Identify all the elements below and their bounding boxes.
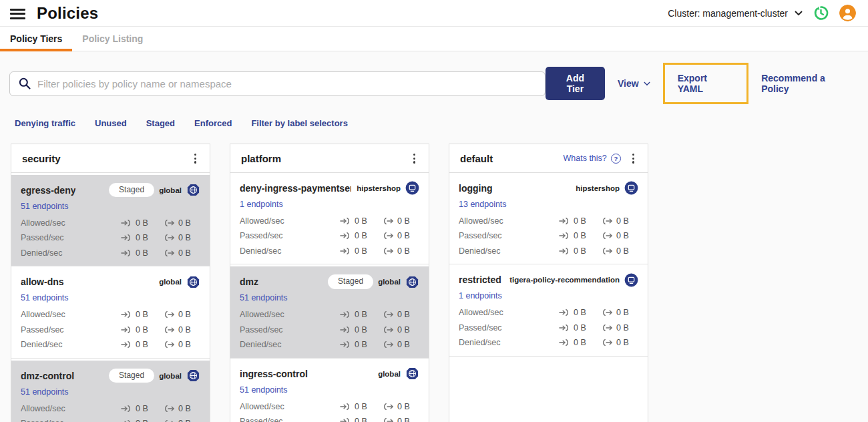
endpoints-link[interactable]: 13 endpoints bbox=[459, 200, 507, 209]
global-scope-icon bbox=[186, 275, 200, 289]
stat-ingress-value: 0 B bbox=[355, 216, 367, 226]
cluster-selector-label: Cluster: management-cluster bbox=[668, 8, 788, 19]
ingress-traffic-icon bbox=[340, 326, 351, 334]
egress-traffic-icon bbox=[602, 308, 613, 316]
kebab-menu-icon[interactable] bbox=[411, 152, 418, 165]
endpoints-link[interactable]: 51 endpoints bbox=[21, 202, 69, 211]
filter-enforced[interactable]: Enforced bbox=[194, 118, 232, 128]
endpoints-link[interactable]: 1 endpoints bbox=[459, 291, 502, 300]
policy-scope-label: global bbox=[378, 278, 401, 286]
policy-card[interactable]: egress-deny Staged global 51 endpoints A… bbox=[11, 173, 210, 267]
stat-ingress-value: 0 B bbox=[355, 325, 367, 335]
hamburger-menu-icon[interactable] bbox=[10, 9, 25, 19]
policy-filter-input[interactable] bbox=[37, 78, 537, 89]
tiers-board: security egress-deny Staged global bbox=[0, 128, 868, 422]
stat-ingress-value: 0 B bbox=[355, 231, 367, 240]
add-tier-button[interactable]: Add Tier bbox=[546, 67, 605, 100]
policy-card[interactable]: allow-dns global 51 endpoints Allowed/se… bbox=[11, 266, 210, 359]
endpoints-link[interactable]: 1 endpoints bbox=[240, 200, 283, 209]
user-avatar[interactable] bbox=[839, 5, 856, 22]
export-yaml-button[interactable]: Export YAML bbox=[678, 73, 734, 94]
stat-row: Allowed/sec 0 B 0 B bbox=[240, 399, 419, 415]
policy-scope-label: global bbox=[159, 372, 182, 380]
stat-egress-value: 0 B bbox=[178, 310, 191, 319]
tab-policy-tiers-label: Policy Tiers bbox=[10, 33, 62, 44]
stat-row: Passed/sec 0 B 0 B bbox=[240, 414, 419, 422]
top-bar: Policies Cluster: management-cluster bbox=[0, 0, 868, 27]
stat-label: Denied/sec bbox=[459, 246, 501, 256]
policy-card[interactable]: dmz Staged global 51 endpoints Allowed/s… bbox=[230, 264, 429, 359]
stat-label: Allowed/sec bbox=[459, 308, 503, 317]
tier-header: default Whats this? ? bbox=[449, 144, 648, 173]
policy-stats: Allowed/sec 0 B 0 B Passed/sec bbox=[240, 399, 419, 422]
stat-egress-value: 0 B bbox=[178, 340, 191, 349]
tier-help-link[interactable]: Whats this? ? bbox=[564, 154, 621, 164]
recommend-policy-button[interactable]: Recommend a Policy bbox=[761, 73, 853, 94]
stat-row: Denied/sec 0 B 0 B bbox=[21, 246, 200, 261]
namespace-scope-icon bbox=[624, 181, 638, 195]
policy-card[interactable]: deny-ingress-paymentservi... hipstershop… bbox=[230, 173, 429, 265]
stat-row: Allowed/sec 0 B 0 B bbox=[459, 305, 638, 321]
stat-row: Passed/sec 0 B 0 B bbox=[21, 323, 200, 338]
tab-policy-tiers[interactable]: Policy Tiers bbox=[0, 27, 72, 51]
filter-unused[interactable]: Unused bbox=[95, 118, 127, 128]
global-scope-icon bbox=[186, 369, 200, 383]
staged-badge: Staged bbox=[328, 274, 373, 289]
egress-traffic-icon bbox=[164, 405, 175, 413]
stat-row: Allowed/sec 0 B 0 B bbox=[21, 401, 200, 417]
quick-filters: Denying traffic Unused Staged Enforced F… bbox=[0, 118, 868, 128]
policy-stats: Allowed/sec 0 B 0 B Passed/sec bbox=[21, 401, 200, 422]
egress-traffic-icon bbox=[383, 217, 394, 225]
stat-label: Passed/sec bbox=[21, 325, 64, 335]
cluster-selector[interactable]: Cluster: management-cluster bbox=[668, 8, 803, 19]
stat-row: Allowed/sec 0 B 0 B bbox=[459, 214, 638, 229]
endpoints-link[interactable]: 51 endpoints bbox=[240, 385, 288, 395]
egress-traffic-icon bbox=[383, 247, 394, 255]
search-box[interactable] bbox=[9, 71, 546, 96]
ingress-traffic-icon bbox=[121, 405, 132, 413]
stat-label: Denied/sec bbox=[21, 248, 63, 258]
chevron-down-icon bbox=[644, 81, 650, 86]
tier-card: default Whats this? ? logging hipstersho… bbox=[449, 144, 648, 422]
filter-by-label-selectors[interactable]: Filter by label selectors bbox=[251, 118, 348, 128]
stat-egress-value: 0 B bbox=[178, 248, 191, 258]
tier-header: security bbox=[11, 144, 210, 173]
kebab-menu-icon[interactable] bbox=[630, 152, 637, 165]
tier-name: default bbox=[460, 153, 493, 164]
stat-ingress-value: 0 B bbox=[136, 419, 148, 422]
policy-card[interactable]: logging hipstershop 13 endpoints Allowed… bbox=[449, 173, 648, 265]
filter-denying-traffic[interactable]: Denying traffic bbox=[15, 118, 75, 128]
tab-policy-listing[interactable]: Policy Listing bbox=[72, 27, 153, 51]
stat-egress-value: 0 B bbox=[178, 233, 191, 242]
stat-ingress-value: 0 B bbox=[574, 308, 586, 317]
endpoints-link[interactable]: 51 endpoints bbox=[21, 387, 69, 397]
endpoints-link[interactable]: 51 endpoints bbox=[21, 293, 69, 302]
policy-name: dmz bbox=[240, 276, 258, 287]
egress-traffic-icon bbox=[164, 310, 175, 319]
tier-card: platform deny-ingress-paymentservi... hi… bbox=[230, 144, 429, 422]
ingress-traffic-icon bbox=[340, 217, 351, 225]
policy-scope-label: global bbox=[159, 186, 182, 194]
stat-label: Allowed/sec bbox=[240, 402, 284, 411]
endpoints-link[interactable]: 51 endpoints bbox=[240, 293, 288, 302]
stat-egress-value: 0 B bbox=[616, 216, 629, 226]
ingress-traffic-icon bbox=[121, 341, 132, 349]
stat-ingress-value: 0 B bbox=[355, 340, 367, 349]
stat-egress-value: 0 B bbox=[616, 231, 629, 240]
policy-name: allow-dns bbox=[21, 276, 64, 287]
stat-egress-value: 0 B bbox=[616, 323, 629, 333]
kebab-menu-icon[interactable] bbox=[192, 152, 199, 165]
stat-row: Passed/sec 0 B 0 B bbox=[459, 321, 638, 336]
policy-card[interactable]: dmz-control Staged global 51 endpoints A… bbox=[11, 359, 210, 422]
stat-row: Passed/sec 0 B 0 B bbox=[240, 323, 419, 338]
stat-ingress-value: 0 B bbox=[136, 233, 148, 242]
policy-stats: Allowed/sec 0 B 0 B Passed/sec bbox=[21, 216, 200, 261]
view-dropdown[interactable]: View bbox=[618, 78, 650, 89]
history-icon[interactable] bbox=[812, 5, 829, 22]
stat-egress-value: 0 B bbox=[397, 417, 410, 422]
policy-card[interactable]: restricted tigera-policy-recommendation … bbox=[449, 264, 648, 357]
stat-ingress-value: 0 B bbox=[574, 338, 586, 347]
question-circle-icon: ? bbox=[611, 154, 621, 164]
filter-staged[interactable]: Staged bbox=[146, 118, 175, 128]
policy-card[interactable]: ingress-control global 51 endpoints Allo… bbox=[230, 359, 429, 422]
